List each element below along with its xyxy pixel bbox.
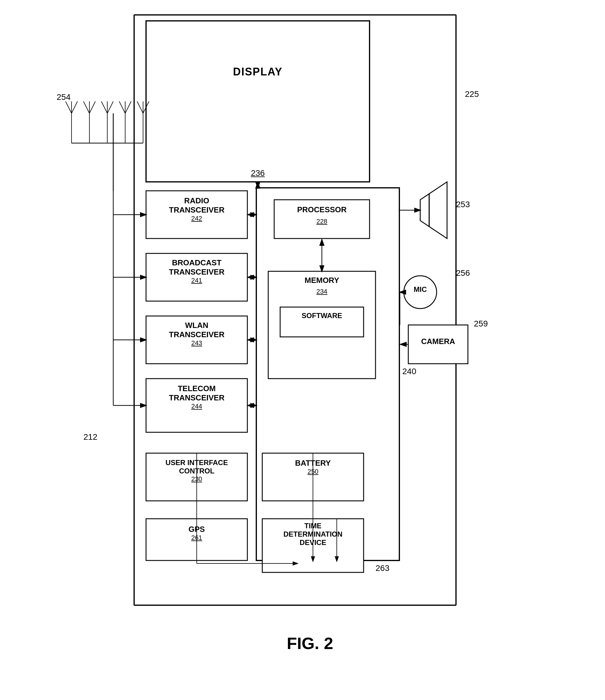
ui-control-label: USER INTERFACE CONTROL 230: [146, 458, 247, 483]
svg-rect-4: [256, 188, 399, 560]
memory-number: 234: [268, 288, 376, 296]
svg-rect-2: [134, 15, 456, 605]
battery-label: BATTERY 250: [262, 458, 363, 476]
wlan-label: WLAN TRANSCEIVER 243: [146, 321, 247, 347]
display-label: DISPLAY: [146, 66, 370, 78]
svg-line-57: [137, 101, 143, 113]
radio-label: RADIO TRANSCEIVER 242: [146, 196, 247, 222]
svg-marker-19: [429, 182, 447, 239]
svg-line-45: [66, 101, 72, 113]
svg-line-51: [101, 101, 107, 113]
svg-line-48: [83, 101, 90, 113]
speaker-annotation-225: 225: [465, 90, 479, 99]
svg-marker-18: [420, 194, 429, 227]
svg-rect-6: [268, 271, 376, 379]
svg-line-55: [125, 101, 131, 113]
time-device-annotation: 263: [376, 564, 389, 573]
svg-line-52: [107, 101, 113, 113]
display-number: 236: [146, 169, 370, 178]
antenna-annotation: 254: [57, 93, 71, 102]
diagram-container: DISPLAY 236 PROCESSOR 228 MEMORY 234 SOF…: [54, 9, 566, 659]
time-device-label: TIME DETERMINATION DEVICE: [262, 522, 363, 547]
processor-number: 228: [274, 218, 370, 225]
speaker-number: 253: [456, 200, 470, 209]
camera-label: CAMERA: [408, 337, 468, 346]
camera-number: 259: [474, 319, 488, 328]
broadcast-label: BROADCAST TRANSCEIVER 241: [146, 258, 247, 284]
mic-label: MIC: [404, 285, 437, 294]
processor-label: PROCESSOR: [274, 205, 370, 214]
software-label: SOFTWARE: [280, 311, 363, 320]
connections-svg: [54, 9, 566, 659]
svg-rect-3: [146, 21, 370, 182]
telecom-label: TELECOM TRANSCEIVER 244: [146, 384, 247, 410]
svg-line-58: [143, 101, 149, 113]
mic-number: 256: [456, 268, 470, 278]
gps-label: GPS 261: [146, 525, 247, 542]
svg-line-49: [90, 101, 95, 113]
inner-box-annotation: 240: [402, 367, 417, 376]
figure-label: FIG. 2: [287, 633, 333, 653]
memory-label: MEMORY: [268, 276, 376, 285]
svg-line-46: [72, 101, 77, 113]
svg-line-54: [119, 101, 125, 113]
left-line-annotation: 212: [83, 432, 98, 442]
